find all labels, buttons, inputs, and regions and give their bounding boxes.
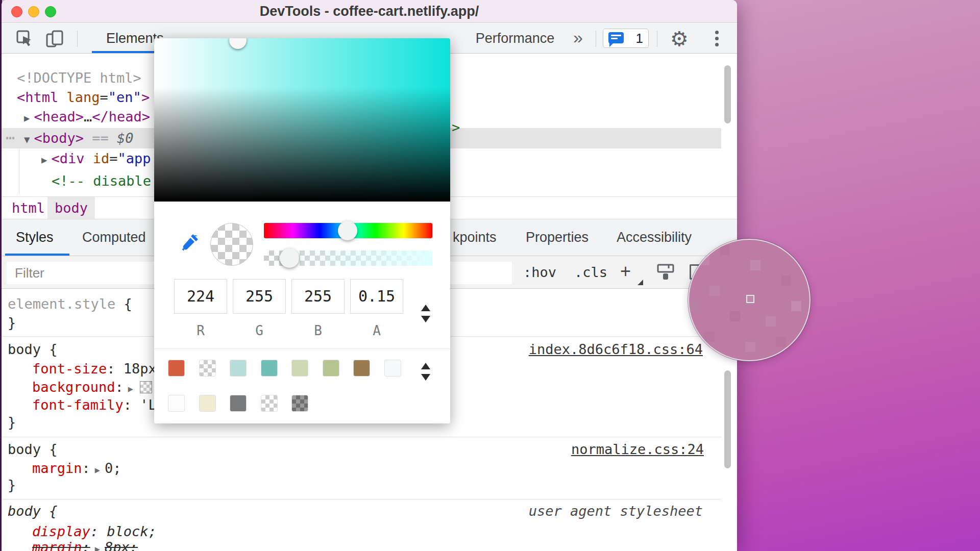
issues-button[interactable]: 1: [603, 29, 649, 48]
palette-next-icon[interactable]: [421, 374, 430, 381]
expand-caret-icon[interactable]: ▶: [41, 150, 47, 169]
magnifier-center-pixel: [746, 295, 754, 303]
palette-swatch[interactable]: [261, 360, 277, 376]
breadcrumb-body[interactable]: body: [47, 197, 95, 219]
rule-normalize-close: }: [8, 476, 16, 494]
css-prop-background[interactable]: background:▶: [32, 378, 152, 396]
alpha-label: A: [350, 323, 403, 338]
issues-bubble-icon: [608, 32, 624, 43]
toolbar-separator: [77, 31, 78, 47]
settings-gear-icon[interactable]: ⚙: [668, 24, 691, 54]
tab-performance[interactable]: Performance: [471, 23, 559, 53]
rule-body-close: }: [8, 413, 16, 432]
format-switch-up-icon[interactable]: [421, 305, 430, 311]
current-color-swatch[interactable]: [210, 223, 253, 266]
color-picker-popup: 224 255 255 0.15 R G B A: [154, 38, 450, 423]
toolbar-separator: [657, 31, 657, 47]
css-prop-margin-overridden[interactable]: margin:▶8px;: [32, 538, 138, 551]
palette-swatch[interactable]: [292, 395, 308, 411]
indent-guide: [19, 148, 19, 194]
stylesheet-link-index-css[interactable]: index.8d6c6f18.css:64: [529, 340, 703, 359]
more-options-icon[interactable]: [713, 30, 720, 48]
dom-node-html[interactable]: <html lang="en">: [17, 88, 150, 107]
green-value-input[interactable]: 255: [233, 279, 286, 314]
palette-swatch[interactable]: [292, 360, 308, 376]
alpha-slider-thumb[interactable]: [280, 248, 299, 268]
green-label: G: [233, 323, 286, 338]
tab-styles[interactable]: Styles: [16, 219, 54, 256]
hue-slider[interactable]: [264, 223, 432, 238]
dom-node-body-selected[interactable]: ▼<body> == $0: [24, 129, 134, 148]
palette-swatch[interactable]: [200, 360, 215, 376]
toggle-hover-state[interactable]: :hov: [523, 256, 556, 288]
issues-count: 1: [636, 29, 643, 47]
palette-swatch[interactable]: [168, 395, 184, 411]
palette-swatch[interactable]: [230, 360, 246, 376]
more-tabs-chevron-icon[interactable]: »: [573, 23, 583, 53]
rule-body-normalize-selector[interactable]: body {: [8, 440, 58, 459]
css-prop-margin[interactable]: margin:▶0;: [32, 459, 121, 478]
palette-swatch[interactable]: [354, 360, 370, 376]
dom-comment-end: >: [452, 118, 460, 137]
breadcrumb-html[interactable]: html: [5, 197, 52, 219]
toggle-class-editor[interactable]: .cls: [574, 256, 607, 288]
expand-caret-icon[interactable]: ▶: [24, 108, 30, 128]
palette-swatch[interactable]: [385, 360, 401, 376]
palette-swatch[interactable]: [168, 360, 184, 376]
new-rule-caret: [638, 280, 643, 285]
palette-swatch[interactable]: [200, 395, 215, 411]
alpha-value-input[interactable]: 0.15: [350, 279, 403, 314]
saturation-field[interactable]: [154, 38, 450, 202]
eyedropper-icon[interactable]: [178, 231, 202, 256]
css-prop-font-family[interactable]: font-family: 'L: [32, 396, 157, 414]
palette-swatch[interactable]: [261, 395, 277, 411]
blue-label: B: [291, 323, 345, 338]
tab-breakpoints-partial[interactable]: kpoints: [453, 219, 497, 256]
dom-node-comment[interactable]: <!-- disable: [52, 171, 151, 191]
palette-prev-icon[interactable]: [421, 363, 430, 369]
dom-node-doctype[interactable]: <!DOCTYPE html>: [17, 68, 141, 88]
red-label: R: [174, 323, 227, 338]
styles-scrollbar-thumb[interactable]: [724, 370, 731, 468]
tab-accessibility[interactable]: Accessibility: [617, 219, 692, 256]
tab-computed[interactable]: Computed: [82, 219, 146, 256]
alpha-slider[interactable]: [264, 251, 432, 266]
section-divider: [2, 437, 721, 437]
stylesheet-link-normalize[interactable]: normalize.css:24: [571, 440, 704, 459]
window-title: DevTools - coffee-cart.netlify.app/: [2, 0, 737, 23]
eyedropper-magnifier[interactable]: [688, 239, 811, 361]
dom-node-div-app[interactable]: ▶<div id="app: [41, 149, 151, 168]
palette-swatch[interactable]: [323, 360, 339, 376]
elements-scrollbar-thumb[interactable]: [724, 65, 731, 123]
hue-slider-thumb[interactable]: [338, 221, 357, 240]
new-style-rule-button[interactable]: +: [620, 256, 631, 288]
rule-body-selector[interactable]: body {: [8, 340, 58, 359]
section-divider: [2, 499, 721, 499]
collapse-caret-icon[interactable]: ▼: [24, 130, 30, 149]
rule-element-style-open[interactable]: element.style {: [8, 295, 132, 313]
active-styles-tab-underline: [5, 254, 69, 256]
picker-divider: [154, 348, 450, 349]
toolbar-separator: [596, 31, 596, 47]
css-prop-font-size[interactable]: font-size: 18px;: [32, 360, 165, 378]
saturation-thumb[interactable]: [229, 38, 247, 49]
blue-value-input[interactable]: 255: [291, 279, 345, 314]
rule-body-ua-selector[interactable]: body {: [8, 502, 58, 520]
node-overflow-dots[interactable]: ⋯: [6, 128, 15, 148]
active-tab-underline: [92, 51, 163, 53]
tab-properties[interactable]: Properties: [526, 219, 589, 256]
rendering-brush-icon[interactable]: [656, 263, 676, 282]
format-switch-down-icon[interactable]: [421, 316, 430, 322]
palette-swatch[interactable]: [230, 395, 246, 411]
rule-element-style-close: }: [8, 314, 16, 332]
user-agent-stylesheet-label: user agent stylesheet: [529, 502, 703, 520]
red-value-input[interactable]: 224: [174, 279, 227, 314]
inspect-element-icon[interactable]: [16, 30, 34, 48]
dom-node-head[interactable]: ▶<head>…</head>: [24, 107, 150, 127]
device-toolbar-icon[interactable]: [45, 30, 64, 48]
title-bar: DevTools - coffee-cart.netlify.app/: [2, 0, 737, 23]
